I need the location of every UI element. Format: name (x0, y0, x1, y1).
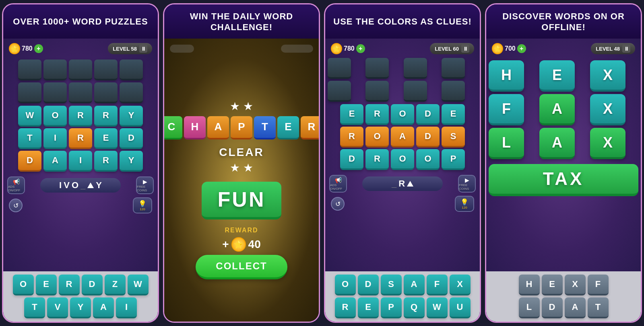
triangle-btn-3[interactable] (407, 181, 413, 187)
panel2-header: WIN THE DAILY WORD CHALLENGE! (164, 4, 319, 39)
bank-tile-z[interactable]: Z (105, 275, 126, 295)
tile-o4[interactable]: O (416, 149, 440, 170)
tile-d2[interactable]: D (18, 151, 41, 172)
level-text-1: LEVEL 58 (113, 46, 137, 52)
tile-h[interactable]: H (489, 60, 524, 92)
bank-tile-x4[interactable]: X (565, 275, 586, 295)
bank-tile-f4[interactable]: F (588, 275, 609, 295)
shuffle-btn-1[interactable]: ↺ (9, 199, 23, 212)
bank-tile-e4[interactable]: E (542, 275, 563, 295)
hint-btn-3[interactable]: 💡 120 (455, 196, 474, 212)
tile-i[interactable]: I (43, 128, 67, 149)
pause-btn-1[interactable]: ⏸ (139, 45, 147, 53)
tile-o1[interactable]: O (391, 104, 414, 125)
tile-e1[interactable]: E (340, 104, 363, 125)
star-icon-3: ⭐ (331, 43, 342, 54)
tile-r2[interactable]: R (94, 106, 118, 127)
tile-s1[interactable]: S (442, 127, 465, 148)
tile-t[interactable]: T (18, 128, 41, 149)
tile-y2[interactable]: Y (120, 151, 143, 172)
tile-l4[interactable]: L (489, 128, 524, 159)
tile-i2[interactable]: I (69, 151, 92, 172)
bank-tile-a3[interactable]: A (404, 275, 425, 295)
tile-x5[interactable]: X (590, 94, 625, 125)
add-coins-btn-1[interactable]: + (34, 44, 43, 53)
tile-e2[interactable]: E (442, 104, 465, 125)
tile-r2[interactable]: R (340, 127, 363, 148)
bank-tile-a4b[interactable]: A (565, 297, 586, 318)
tile-a4[interactable]: A (539, 94, 575, 125)
tile-a1[interactable]: A (391, 127, 414, 148)
tile-e4[interactable]: E (539, 60, 575, 92)
tile-d2[interactable]: D (416, 127, 440, 148)
pause-btn-3[interactable]: ⏸ (461, 45, 469, 53)
tile-o[interactable]: O (43, 106, 67, 127)
bank-tile-e[interactable]: E (36, 275, 57, 295)
bank-tile-d3[interactable]: D (358, 275, 379, 295)
add-coins-btn-3[interactable]: + (356, 44, 365, 53)
tile-p1[interactable]: P (442, 149, 465, 170)
bank-tile-l4[interactable]: L (519, 297, 540, 318)
add-coins-btn-4[interactable]: + (517, 44, 526, 53)
tile-d1[interactable]: D (416, 104, 440, 125)
pause-btn-4[interactable]: ⏸ (622, 45, 630, 53)
bank-tile-e3[interactable]: E (358, 297, 379, 318)
bank-tile-r[interactable]: R (59, 275, 80, 295)
tile-y[interactable]: Y (120, 106, 143, 127)
tile-empty (43, 59, 67, 80)
bank-tile-v[interactable]: V (47, 297, 68, 318)
word-row-tired: T I R E D (18, 128, 143, 149)
tile-r1[interactable]: R (365, 104, 389, 125)
coin-area-3: ⭐ 780 + (331, 43, 365, 54)
tile-r3[interactable]: R (365, 149, 389, 170)
bank-tile-d4[interactable]: D (542, 297, 563, 318)
ads-toggle-btn-1[interactable]: 📢 ADS ON/OFF (7, 176, 25, 194)
bank-tile-p3[interactable]: P (381, 297, 402, 318)
triangle-btn[interactable] (87, 182, 94, 188)
tile-o3[interactable]: O (391, 149, 414, 170)
ads-toggle-btn-3[interactable]: 📢 ADS ON/OFF (329, 175, 347, 193)
panel-color-clues: USE THE COLORS AS CLUES! ⭐ 780 + LEVEL 6… (324, 3, 481, 323)
bank-tile-h4[interactable]: H (519, 275, 540, 295)
bank-row-4-2: L D A T (519, 297, 609, 318)
bank-tile-u3[interactable]: U (450, 297, 471, 318)
shuffle-btn-3[interactable]: ↺ (331, 197, 345, 211)
tile-d[interactable]: D (120, 128, 143, 149)
bank-tile-s3[interactable]: S (381, 275, 402, 295)
tile-x4[interactable]: X (590, 60, 625, 92)
bank-tile-a[interactable]: A (93, 297, 114, 318)
tile-e[interactable]: E (94, 128, 118, 149)
bank-tile-f3[interactable]: F (427, 275, 448, 295)
tile-empty (69, 82, 92, 103)
bank-tile-t4[interactable]: T (588, 297, 609, 318)
bank-tile-t[interactable]: T (24, 297, 45, 318)
bank-tile-y[interactable]: Y (70, 297, 91, 318)
bank-tile-r3[interactable]: R (335, 297, 356, 318)
bank-tile-o3[interactable]: O (335, 275, 356, 295)
input-blank: _ (80, 180, 85, 191)
tile-d3[interactable]: D (340, 149, 363, 170)
tile-r3[interactable]: R (69, 128, 92, 149)
tile-a[interactable]: A (43, 151, 67, 172)
tile-x6[interactable]: X (590, 128, 625, 159)
tile-o2[interactable]: O (365, 127, 389, 148)
letter-bank-3: O D S A F X R E P Q W U (325, 271, 480, 322)
star4: ★ (243, 161, 253, 174)
free-coins-btn-3[interactable]: ▶ FREE COINS (458, 175, 476, 193)
bank-tile-x3[interactable]: X (450, 275, 471, 295)
bank-tile-i[interactable]: I (116, 297, 137, 318)
bank-tile-o[interactable]: O (13, 275, 34, 295)
tile-f4[interactable]: F (489, 94, 524, 125)
bank-tile-w[interactable]: W (128, 275, 149, 295)
bank-tile-d[interactable]: D (82, 275, 103, 295)
tile-r4[interactable]: R (94, 151, 118, 172)
bank-tile-w3[interactable]: W (427, 297, 448, 318)
free-coins-btn-1[interactable]: ▶ FREE COINS (136, 176, 154, 194)
hint-btn-1[interactable]: 💡 120 (133, 197, 152, 213)
collect-button[interactable]: COLLECT (196, 255, 287, 279)
tile-w[interactable]: W (18, 106, 41, 127)
letter-bank-4: H E X F L D A T (486, 271, 641, 322)
tile-r[interactable]: R (69, 106, 92, 127)
bank-tile-q3[interactable]: Q (404, 297, 425, 318)
tile-a5[interactable]: A (539, 128, 575, 159)
